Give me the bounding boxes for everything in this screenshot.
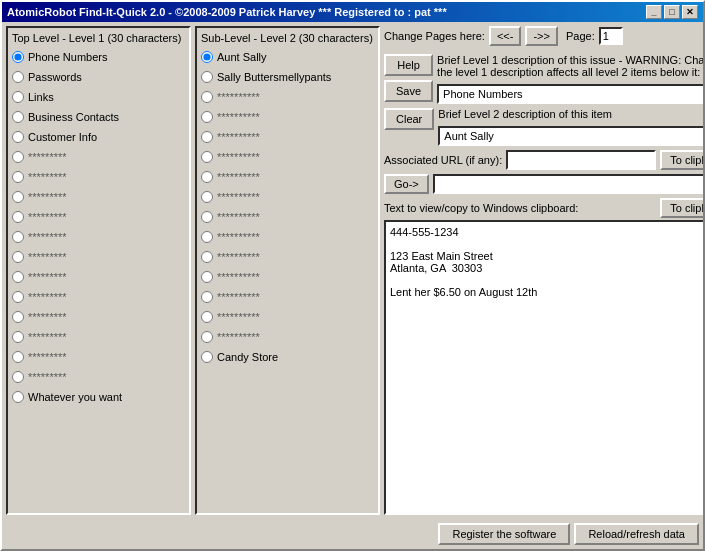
left-item-label: Links xyxy=(28,91,54,103)
left-list-item[interactable]: ********* xyxy=(12,208,185,226)
mid-radio-13[interactable] xyxy=(201,311,213,323)
mid-list-item[interactable]: ********** xyxy=(201,288,374,306)
mid-radio-2[interactable] xyxy=(201,91,213,103)
back-button[interactable]: <<- xyxy=(489,26,522,46)
left-radio-12[interactable] xyxy=(12,291,24,303)
reload-button[interactable]: Reload/refresh data xyxy=(574,523,699,545)
go-input[interactable] xyxy=(433,174,703,194)
mid-item-label: ********** xyxy=(217,151,260,163)
mid-list-item[interactable]: ********** xyxy=(201,108,374,126)
main-window: AtomicRobot Find-It-Quick 2.0 - ©2008-20… xyxy=(0,0,705,551)
left-list-item[interactable]: ********* xyxy=(12,168,185,186)
mid-radio-9[interactable] xyxy=(201,231,213,243)
minimize-button[interactable]: _ xyxy=(646,5,662,19)
left-list-item[interactable]: Business Contacts xyxy=(12,108,185,126)
clipboard-textarea[interactable]: 444-555-1234 123 East Main Street Atlant… xyxy=(384,220,703,515)
mid-radio-10[interactable] xyxy=(201,251,213,263)
mid-panel-title: Sub-Level - Level 2 (30 characters) xyxy=(201,32,374,44)
left-list-item[interactable]: ********* xyxy=(12,248,185,266)
help-button[interactable]: Help xyxy=(384,54,433,76)
left-radio-4[interactable] xyxy=(12,131,24,143)
left-list-item[interactable]: ********* xyxy=(12,348,185,366)
mid-list-item[interactable]: ********** xyxy=(201,168,374,186)
left-radio-15[interactable] xyxy=(12,351,24,363)
change-pages-label: Change Pages here: xyxy=(384,30,485,42)
left-item-label: ********* xyxy=(28,371,67,383)
clipboard-header: Text to view/copy to Windows clipboard: … xyxy=(384,198,703,218)
left-list-item[interactable]: Whatever you want xyxy=(12,388,185,406)
mid-radio-8[interactable] xyxy=(201,211,213,223)
mid-list-item[interactable]: ********** xyxy=(201,148,374,166)
left-list-item[interactable]: Passwords xyxy=(12,68,185,86)
left-radio-0[interactable] xyxy=(12,51,24,63)
left-radio-11[interactable] xyxy=(12,271,24,283)
go-button[interactable]: Go-> xyxy=(384,174,429,194)
left-item-label: ********* xyxy=(28,331,67,343)
url-clipboard-button[interactable]: To clipboard xyxy=(660,150,703,170)
mid-radio-15[interactable] xyxy=(201,351,213,363)
page-input[interactable] xyxy=(599,27,623,45)
mid-list-item[interactable]: Sally Buttersmellypants xyxy=(201,68,374,86)
left-radio-2[interactable] xyxy=(12,91,24,103)
left-radio-14[interactable] xyxy=(12,331,24,343)
level2-desc-input[interactable] xyxy=(438,126,703,146)
mid-list-item[interactable]: ********** xyxy=(201,268,374,286)
mid-radio-5[interactable] xyxy=(201,151,213,163)
bottom-bar: Register the software Reload/refresh dat… xyxy=(2,519,703,549)
left-list-item[interactable]: ********* xyxy=(12,188,185,206)
mid-item-label: ********** xyxy=(217,91,260,103)
clipboard-label: Text to view/copy to Windows clipboard: xyxy=(384,202,578,214)
text-clipboard-button[interactable]: To clipboard xyxy=(660,198,703,218)
left-list-item[interactable]: ********* xyxy=(12,148,185,166)
left-list-item[interactable]: ********* xyxy=(12,308,185,326)
register-button[interactable]: Register the software xyxy=(438,523,570,545)
left-list-item[interactable]: ********* xyxy=(12,368,185,386)
clear-button[interactable]: Clear xyxy=(384,108,434,130)
level1-desc-input[interactable] xyxy=(437,84,703,104)
mid-list-item[interactable]: ********** xyxy=(201,88,374,106)
mid-list-item[interactable]: ********** xyxy=(201,208,374,226)
save-button[interactable]: Save xyxy=(384,80,433,102)
left-radio-13[interactable] xyxy=(12,311,24,323)
left-radio-7[interactable] xyxy=(12,191,24,203)
left-list-item[interactable]: Links xyxy=(12,88,185,106)
mid-radio-14[interactable] xyxy=(201,331,213,343)
left-radio-3[interactable] xyxy=(12,111,24,123)
forward-button[interactable]: ->> xyxy=(525,26,558,46)
mid-list-item[interactable]: ********** xyxy=(201,328,374,346)
left-radio-10[interactable] xyxy=(12,251,24,263)
left-list: Phone NumbersPasswordsLinksBusiness Cont… xyxy=(12,48,185,408)
left-radio-1[interactable] xyxy=(12,71,24,83)
left-list-item[interactable]: ********* xyxy=(12,288,185,306)
mid-radio-12[interactable] xyxy=(201,291,213,303)
left-radio-17[interactable] xyxy=(12,391,24,403)
left-list-item[interactable]: Customer Info xyxy=(12,128,185,146)
left-list-item[interactable]: ********* xyxy=(12,328,185,346)
close-button[interactable]: ✕ xyxy=(682,5,698,19)
left-radio-9[interactable] xyxy=(12,231,24,243)
left-radio-6[interactable] xyxy=(12,171,24,183)
mid-list-item[interactable]: ********** xyxy=(201,228,374,246)
mid-radio-7[interactable] xyxy=(201,191,213,203)
left-radio-16[interactable] xyxy=(12,371,24,383)
url-input[interactable] xyxy=(506,150,656,170)
mid-radio-11[interactable] xyxy=(201,271,213,283)
left-list-item[interactable]: Phone Numbers xyxy=(12,48,185,66)
mid-list-item[interactable]: ********** xyxy=(201,188,374,206)
mid-radio-3[interactable] xyxy=(201,111,213,123)
maximize-button[interactable]: □ xyxy=(664,5,680,19)
mid-list-item[interactable]: Aunt Sally xyxy=(201,48,374,66)
mid-radio-0[interactable] xyxy=(201,51,213,63)
left-radio-8[interactable] xyxy=(12,211,24,223)
mid-list-item[interactable]: Candy Store xyxy=(201,348,374,366)
mid-list-item[interactable]: ********** xyxy=(201,248,374,266)
mid-list-item[interactable]: ********** xyxy=(201,128,374,146)
mid-radio-1[interactable] xyxy=(201,71,213,83)
left-list-item[interactable]: ********* xyxy=(12,268,185,286)
mid-list-item[interactable]: ********** xyxy=(201,308,374,326)
left-radio-5[interactable] xyxy=(12,151,24,163)
clipboard-section: Text to view/copy to Windows clipboard: … xyxy=(384,198,703,515)
mid-radio-4[interactable] xyxy=(201,131,213,143)
left-list-item[interactable]: ********* xyxy=(12,228,185,246)
mid-radio-6[interactable] xyxy=(201,171,213,183)
